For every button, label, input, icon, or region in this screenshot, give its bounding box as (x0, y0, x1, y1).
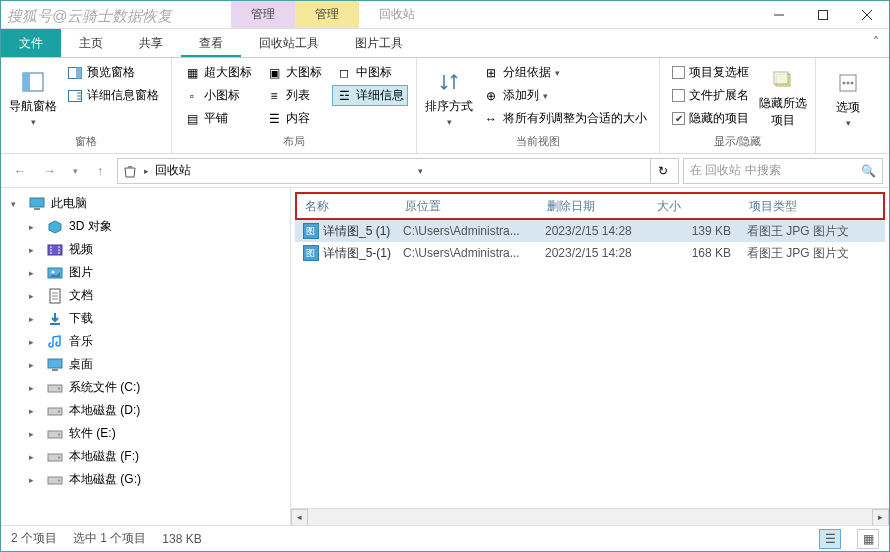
tree-item-label: 本地磁盘 (D:) (69, 402, 140, 419)
svg-rect-18 (30, 198, 44, 207)
expand-icon[interactable] (29, 383, 41, 393)
layout-medium[interactable]: ◻中图标 (332, 62, 408, 83)
tab-recycle-tools[interactable]: 回收站工具 (241, 29, 337, 57)
add-columns-button[interactable]: ⊕添加列 (479, 85, 651, 106)
group-by-button[interactable]: ⊞分组依据 (479, 62, 651, 83)
tree-item[interactable]: 图片 (1, 261, 290, 284)
svg-rect-29 (52, 369, 58, 371)
tab-home[interactable]: 主页 (61, 29, 121, 57)
expand-icon[interactable] (29, 245, 41, 255)
svg-rect-5 (23, 73, 30, 91)
large-icons-view-button[interactable]: ▦ (857, 529, 879, 549)
context-tab-manage-1[interactable]: 管理 (231, 1, 295, 28)
navigation-tree[interactable]: 此电脑 3D 对象视频图片文档下载音乐桌面系统文件 (C:)本地磁盘 (D:)软… (1, 188, 291, 525)
forward-button[interactable]: → (37, 158, 63, 184)
address-dropdown-button[interactable]: ▾ (409, 159, 433, 183)
context-tab-manage-2[interactable]: 管理 (295, 1, 359, 28)
search-input[interactable]: 在 回收站 中搜索 🔍 (683, 158, 883, 184)
details-view-button[interactable]: ☰ (819, 529, 841, 549)
layout-large[interactable]: ▣大图标 (262, 62, 326, 83)
scroll-track[interactable] (308, 509, 872, 525)
expand-icon[interactable] (29, 222, 41, 232)
expand-icon[interactable] (11, 199, 23, 209)
scroll-left-button[interactable]: ◂ (291, 509, 308, 526)
tree-item[interactable]: 3D 对象 (1, 215, 290, 238)
col-name-header[interactable]: 名称 (297, 194, 397, 219)
layout-content[interactable]: ☰内容 (262, 108, 326, 129)
drive-icon (47, 380, 63, 396)
tree-this-pc[interactable]: 此电脑 (1, 192, 290, 215)
recent-locations-button[interactable]: ▾ (67, 158, 83, 184)
col-size-header[interactable]: 大小 (649, 194, 741, 219)
details-pane-button[interactable]: 详细信息窗格 (63, 85, 163, 106)
expand-icon[interactable] (29, 291, 41, 301)
hide-selected-button[interactable]: 隐藏所选项目 (759, 62, 807, 132)
expand-icon[interactable] (29, 475, 41, 485)
expand-icon[interactable] (29, 314, 41, 324)
svg-rect-19 (34, 208, 40, 210)
col-location-header[interactable]: 原位置 (397, 194, 539, 219)
tree-item[interactable]: 下载 (1, 307, 290, 330)
group-label-current-view: 当前视图 (425, 132, 651, 151)
expand-icon[interactable] (29, 429, 41, 439)
tree-item[interactable]: 本地磁盘 (D:) (1, 399, 290, 422)
file-rows[interactable]: 详情图_5 (1)C:\Users\Administra...2023/2/15… (295, 220, 885, 508)
options-button[interactable]: 选项 (824, 62, 872, 135)
checkbox-icon (672, 89, 685, 102)
tab-picture-tools[interactable]: 图片工具 (337, 29, 421, 57)
col-type-header[interactable]: 项目类型 (741, 194, 883, 219)
hidden-items-toggle[interactable]: 隐藏的项目 (668, 108, 753, 129)
layout-small[interactable]: ▫小图标 (180, 85, 256, 106)
item-checkboxes-toggle[interactable]: 项目复选框 (668, 62, 753, 83)
tab-share[interactable]: 共享 (121, 29, 181, 57)
layout-extra-large[interactable]: ▦超大图标 (180, 62, 256, 83)
layout-details[interactable]: ☲详细信息 (332, 85, 408, 106)
address-bar[interactable]: ▸ 回收站 ▾ ↻ (117, 158, 679, 184)
address-bar-row: ← → ▾ ↑ ▸ 回收站 ▾ ↻ 在 回收站 中搜索 🔍 (1, 154, 889, 188)
ribbon-collapse-button[interactable]: ˄ (863, 29, 889, 57)
address-segment[interactable]: 回收站 (155, 162, 191, 179)
minimize-button[interactable] (757, 1, 801, 29)
file-row[interactable]: 详情图_5 (1)C:\Users\Administra...2023/2/15… (295, 220, 885, 242)
size-all-columns-button[interactable]: ↔将所有列调整为合适的大小 (479, 108, 651, 129)
expand-icon[interactable] (29, 360, 41, 370)
preview-pane-button[interactable]: 预览窗格 (63, 62, 163, 83)
expand-icon[interactable] (29, 337, 41, 347)
back-button[interactable]: ← (7, 158, 33, 184)
layout-tiles[interactable]: ▤平铺 (180, 108, 256, 129)
layout-list[interactable]: ≡列表 (262, 85, 326, 106)
tab-view[interactable]: 查看 (181, 29, 241, 57)
size-columns-icon: ↔ (483, 111, 499, 127)
tree-item[interactable]: 文档 (1, 284, 290, 307)
expand-icon[interactable] (29, 268, 41, 278)
group-label-show-hide: 显示/隐藏 (668, 132, 807, 151)
group-label-panes: 窗格 (9, 132, 163, 151)
horizontal-scrollbar[interactable]: ◂ ▸ (291, 508, 889, 525)
tree-item[interactable]: 视频 (1, 238, 290, 261)
svg-point-22 (52, 270, 55, 273)
up-button[interactable]: ↑ (87, 158, 113, 184)
expand-icon[interactable] (29, 452, 41, 462)
tree-item[interactable]: 本地磁盘 (F:) (1, 445, 290, 468)
tree-item[interactable]: 软件 (E:) (1, 422, 290, 445)
nav-pane-label: 导航窗格 (9, 98, 57, 115)
file-size: 168 KB (647, 246, 739, 260)
maximize-button[interactable] (801, 1, 845, 29)
tree-item[interactable]: 本地磁盘 (G:) (1, 468, 290, 491)
tab-file[interactable]: 文件 (1, 29, 61, 57)
file-extensions-toggle[interactable]: 文件扩展名 (668, 85, 753, 106)
tree-item[interactable]: 系统文件 (C:) (1, 376, 290, 399)
expand-icon[interactable] (29, 406, 41, 416)
scroll-right-button[interactable]: ▸ (872, 509, 889, 526)
tree-item[interactable]: 桌面 (1, 353, 290, 376)
file-row[interactable]: 详情图_5-(1)C:\Users\Administra...2023/2/15… (295, 242, 885, 264)
sort-by-button[interactable]: 排序方式 (425, 62, 473, 132)
refresh-button[interactable]: ↻ (650, 159, 674, 183)
tree-item[interactable]: 音乐 (1, 330, 290, 353)
navigation-pane-button[interactable]: 导航窗格 (9, 62, 57, 132)
tree-item-label: 本地磁盘 (F:) (69, 448, 139, 465)
col-date-header[interactable]: 删除日期 (539, 194, 649, 219)
address-chevron-icon[interactable]: ▸ (144, 166, 149, 176)
docs-icon (47, 288, 63, 304)
close-button[interactable] (845, 1, 889, 29)
